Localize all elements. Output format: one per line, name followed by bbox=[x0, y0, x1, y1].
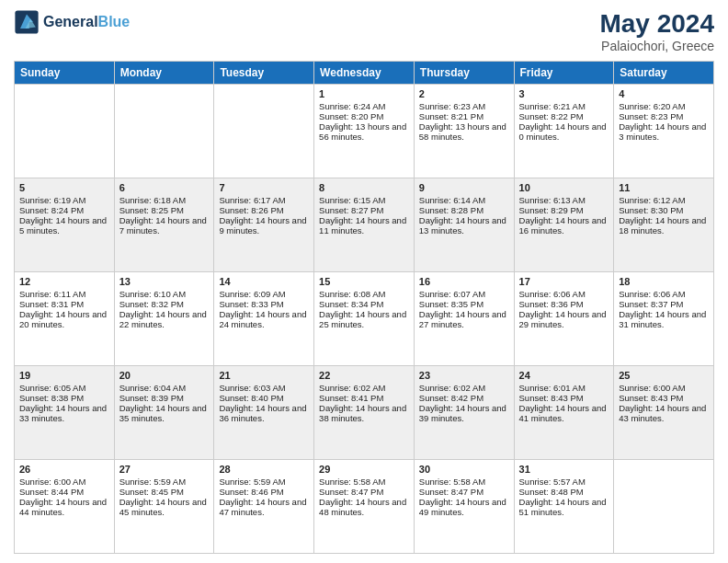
daylight-text: Daylight: 14 hours and 3 minutes. bbox=[619, 121, 706, 142]
sunrise-text: Sunrise: 6:06 AM bbox=[619, 289, 685, 299]
calendar-day-cell: 13 Sunrise: 6:10 AM Sunset: 8:32 PM Dayl… bbox=[114, 272, 214, 366]
calendar-day-cell: 17 Sunrise: 6:06 AM Sunset: 8:36 PM Dayl… bbox=[514, 272, 614, 366]
daylight-text: Daylight: 14 hours and 16 minutes. bbox=[519, 215, 607, 236]
daylight-text: Daylight: 14 hours and 48 minutes. bbox=[319, 497, 406, 517]
day-number: 19 bbox=[19, 370, 109, 381]
location: Palaiochori, Greece bbox=[599, 39, 714, 53]
daylight-text: Daylight: 14 hours and 25 minutes. bbox=[319, 309, 406, 329]
day-number: 3 bbox=[519, 88, 609, 99]
sunset-text: Sunset: 8:32 PM bbox=[119, 299, 184, 309]
daylight-text: Daylight: 14 hours and 24 minutes. bbox=[219, 309, 306, 329]
sunset-text: Sunset: 8:41 PM bbox=[319, 393, 383, 403]
sunrise-text: Sunrise: 6:04 AM bbox=[119, 383, 186, 393]
sunset-text: Sunset: 8:31 PM bbox=[19, 299, 84, 309]
calendar-day-cell: 7 Sunrise: 6:17 AM Sunset: 8:26 PM Dayli… bbox=[214, 178, 314, 272]
sunset-text: Sunset: 8:40 PM bbox=[219, 393, 283, 403]
calendar-day-cell: 28 Sunrise: 5:59 AM Sunset: 8:46 PM Dayl… bbox=[214, 460, 314, 554]
calendar-header-row: Sunday Monday Tuesday Wednesday Thursday… bbox=[15, 62, 714, 85]
daylight-text: Daylight: 13 hours and 56 minutes. bbox=[319, 121, 406, 142]
sunrise-text: Sunrise: 6:05 AM bbox=[19, 383, 85, 393]
month-year: May 2024 bbox=[599, 9, 714, 39]
daylight-text: Daylight: 14 hours and 7 minutes. bbox=[119, 215, 207, 236]
sunrise-text: Sunrise: 6:11 AM bbox=[19, 289, 85, 299]
day-number: 28 bbox=[219, 464, 309, 475]
day-number: 13 bbox=[119, 276, 210, 287]
col-sunday: Sunday bbox=[15, 62, 115, 85]
day-number: 4 bbox=[619, 88, 709, 99]
sunset-text: Sunset: 8:44 PM bbox=[19, 487, 84, 497]
calendar-day-cell: 10 Sunrise: 6:13 AM Sunset: 8:29 PM Dayl… bbox=[514, 178, 614, 272]
sunrise-text: Sunrise: 6:10 AM bbox=[119, 289, 186, 299]
day-number: 11 bbox=[619, 182, 709, 193]
sunset-text: Sunset: 8:43 PM bbox=[619, 393, 683, 403]
day-number: 8 bbox=[319, 182, 409, 193]
calendar-day-cell: 26 Sunrise: 6:00 AM Sunset: 8:44 PM Dayl… bbox=[15, 460, 115, 554]
sunset-text: Sunset: 8:35 PM bbox=[419, 299, 483, 309]
sunrise-text: Sunrise: 5:57 AM bbox=[519, 477, 586, 487]
day-number: 12 bbox=[19, 276, 109, 287]
daylight-text: Daylight: 14 hours and 29 minutes. bbox=[519, 309, 607, 329]
page: GeneralBlue May 2024 Palaiochori, Greece… bbox=[0, 0, 728, 563]
day-number: 26 bbox=[19, 464, 109, 475]
sunset-text: Sunset: 8:48 PM bbox=[519, 487, 584, 497]
day-number: 31 bbox=[519, 464, 609, 475]
daylight-text: Daylight: 14 hours and 20 minutes. bbox=[19, 309, 107, 329]
daylight-text: Daylight: 14 hours and 38 minutes. bbox=[319, 403, 406, 423]
sunset-text: Sunset: 8:34 PM bbox=[319, 299, 383, 309]
calendar-day-cell bbox=[15, 85, 115, 178]
daylight-text: Daylight: 14 hours and 18 minutes. bbox=[619, 215, 706, 236]
col-friday: Friday bbox=[514, 62, 614, 85]
calendar-day-cell: 9 Sunrise: 6:14 AM Sunset: 8:28 PM Dayli… bbox=[414, 178, 514, 272]
day-number: 15 bbox=[319, 276, 409, 287]
daylight-text: Daylight: 14 hours and 47 minutes. bbox=[219, 497, 306, 517]
calendar-day-cell: 15 Sunrise: 6:08 AM Sunset: 8:34 PM Dayl… bbox=[314, 272, 415, 366]
sunrise-text: Sunrise: 6:18 AM bbox=[119, 195, 186, 205]
day-number: 23 bbox=[419, 370, 509, 381]
sunset-text: Sunset: 8:36 PM bbox=[519, 299, 584, 309]
day-number: 5 bbox=[19, 182, 109, 193]
sunrise-text: Sunrise: 6:19 AM bbox=[19, 195, 85, 205]
day-number: 21 bbox=[219, 370, 309, 381]
sunrise-text: Sunrise: 6:17 AM bbox=[219, 195, 285, 205]
daylight-text: Daylight: 14 hours and 45 minutes. bbox=[119, 497, 207, 517]
daylight-text: Daylight: 14 hours and 41 minutes. bbox=[519, 403, 607, 423]
sunset-text: Sunset: 8:25 PM bbox=[119, 205, 184, 215]
sunrise-text: Sunrise: 5:59 AM bbox=[119, 477, 186, 487]
daylight-text: Daylight: 14 hours and 43 minutes. bbox=[619, 403, 706, 423]
day-number: 24 bbox=[519, 370, 609, 381]
sunrise-text: Sunrise: 6:14 AM bbox=[419, 195, 485, 205]
title-block: May 2024 Palaiochori, Greece bbox=[599, 9, 714, 53]
calendar-day-cell bbox=[114, 85, 214, 178]
logo-general: General bbox=[43, 14, 98, 29]
day-number: 27 bbox=[119, 464, 210, 475]
sunset-text: Sunset: 8:27 PM bbox=[319, 205, 383, 215]
col-tuesday: Tuesday bbox=[214, 62, 314, 85]
sunrise-text: Sunrise: 6:00 AM bbox=[19, 477, 85, 487]
calendar-day-cell: 30 Sunrise: 5:58 AM Sunset: 8:47 PM Dayl… bbox=[414, 460, 514, 554]
col-thursday: Thursday bbox=[414, 62, 514, 85]
daylight-text: Daylight: 14 hours and 33 minutes. bbox=[19, 403, 107, 423]
day-number: 22 bbox=[319, 370, 409, 381]
sunset-text: Sunset: 8:30 PM bbox=[619, 205, 683, 215]
sunset-text: Sunset: 8:39 PM bbox=[119, 393, 184, 403]
day-number: 10 bbox=[519, 182, 609, 193]
day-number: 6 bbox=[119, 182, 210, 193]
sunrise-text: Sunrise: 6:15 AM bbox=[319, 195, 385, 205]
sunrise-text: Sunrise: 5:59 AM bbox=[219, 477, 285, 487]
calendar-day-cell: 29 Sunrise: 5:58 AM Sunset: 8:47 PM Dayl… bbox=[314, 460, 415, 554]
col-monday: Monday bbox=[114, 62, 214, 85]
calendar-day-cell: 4 Sunrise: 6:20 AM Sunset: 8:23 PM Dayli… bbox=[614, 85, 714, 178]
daylight-text: Daylight: 14 hours and 5 minutes. bbox=[19, 215, 107, 236]
sunset-text: Sunset: 8:33 PM bbox=[219, 299, 283, 309]
sunset-text: Sunset: 8:23 PM bbox=[619, 111, 683, 121]
day-number: 25 bbox=[619, 370, 709, 381]
sunset-text: Sunset: 8:29 PM bbox=[519, 205, 584, 215]
daylight-text: Daylight: 14 hours and 36 minutes. bbox=[219, 403, 306, 423]
calendar-day-cell: 18 Sunrise: 6:06 AM Sunset: 8:37 PM Dayl… bbox=[614, 272, 714, 366]
day-number: 17 bbox=[519, 276, 609, 287]
calendar-week-row: 12 Sunrise: 6:11 AM Sunset: 8:31 PM Dayl… bbox=[15, 272, 714, 366]
day-number: 9 bbox=[419, 182, 509, 193]
daylight-text: Daylight: 13 hours and 58 minutes. bbox=[419, 121, 506, 142]
calendar-day-cell: 1 Sunrise: 6:24 AM Sunset: 8:20 PM Dayli… bbox=[314, 85, 415, 178]
daylight-text: Daylight: 14 hours and 27 minutes. bbox=[419, 309, 506, 329]
